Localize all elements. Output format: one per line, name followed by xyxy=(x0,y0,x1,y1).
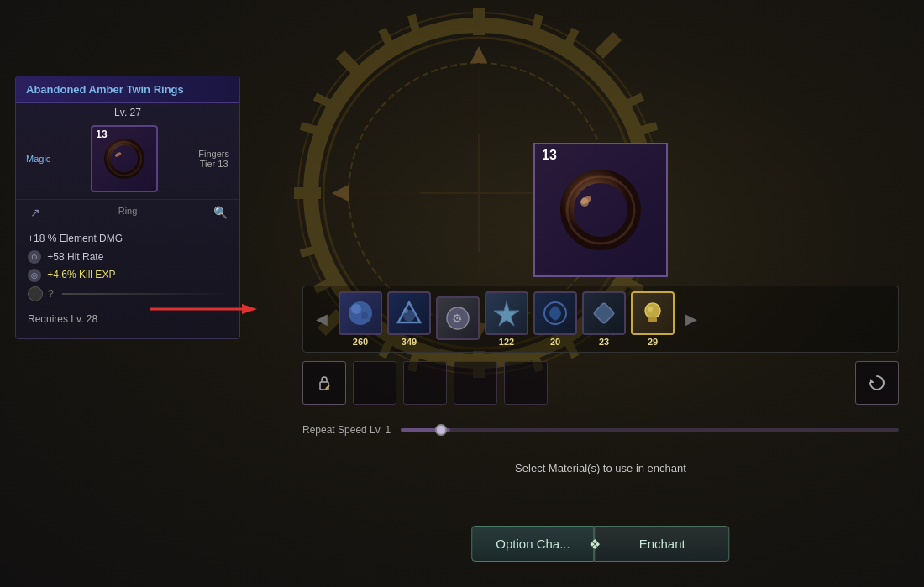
slot-refresh[interactable] xyxy=(855,361,899,405)
item-level-row: Lv. 27 xyxy=(16,103,239,122)
option-change-button[interactable]: Option Cha... xyxy=(471,526,594,562)
item-slot-info: Fingers Tier 13 xyxy=(198,149,229,169)
enchant-area: 13 ◀ xyxy=(286,42,916,579)
material-count-7: 29 xyxy=(648,337,658,347)
slot-empty-4[interactable] xyxy=(504,361,548,405)
material-item-5[interactable]: 20 xyxy=(533,291,577,347)
speed-row: Repeat Speed Lv. 1 xyxy=(302,424,899,436)
item-level: Lv. 27 xyxy=(114,107,141,118)
material-item-1[interactable]: 260 xyxy=(339,291,382,347)
svg-rect-58 xyxy=(648,317,657,322)
speed-label: Repeat Speed Lv. 1 xyxy=(302,424,391,436)
refresh-icon xyxy=(865,371,889,395)
material-icon-4 xyxy=(485,291,528,335)
kill-exp-icon: ◎ xyxy=(28,269,41,282)
stat-hit-rate: ⊙ +58 Hit Rate xyxy=(28,249,228,267)
stat-unknown: ? xyxy=(28,286,228,301)
svg-point-44 xyxy=(580,198,589,207)
stat-element-dmg: +18 % Element DMG xyxy=(28,230,228,249)
speed-slider-handle[interactable] xyxy=(435,424,447,436)
svg-text:⚙: ⚙ xyxy=(452,312,463,325)
slot-empty-2[interactable] xyxy=(403,361,447,405)
material-icon-3: ⚙ xyxy=(436,296,480,340)
status-message: Select Material(s) to use in enchant xyxy=(302,462,899,474)
material-item-6[interactable]: 23 xyxy=(582,291,626,347)
share-icon[interactable]: ↗ xyxy=(26,203,45,222)
svg-point-47 xyxy=(361,312,368,319)
center-tier-badge: 13 xyxy=(542,148,557,163)
item-icons-row: ↗ Ring 🔍 xyxy=(16,199,239,225)
item-panel: Abandoned Amber Twin Rings Lv. 27 Magic … xyxy=(15,76,240,339)
svg-point-50 xyxy=(403,308,408,313)
material-icon-1 xyxy=(339,291,382,335)
svg-rect-55 xyxy=(593,302,614,323)
material-count-2: 349 xyxy=(402,337,417,347)
center-ring-image xyxy=(554,164,647,256)
hit-rate-icon: ⊙ xyxy=(28,250,41,264)
item-title: Abandoned Amber Twin Rings xyxy=(26,83,229,96)
material-count-6: 23 xyxy=(599,337,609,347)
item-center-section: Magic 13 Fingers Tier 13 xyxy=(16,122,239,199)
slot-empty-1[interactable] xyxy=(353,361,396,405)
svg-point-45 xyxy=(349,301,372,325)
slots-row xyxy=(302,361,899,405)
material-icon-7 xyxy=(631,291,675,335)
unknown-bar xyxy=(62,293,228,295)
unknown-ball xyxy=(28,286,43,301)
material-icon-5 xyxy=(533,291,577,335)
svg-marker-62 xyxy=(870,379,874,383)
enchant-button[interactable]: ❖ Enchant xyxy=(595,526,730,562)
scroll-right-arrow[interactable]: ▶ xyxy=(680,297,703,341)
slot-lock[interactable] xyxy=(302,361,346,405)
center-item-display: 13 xyxy=(533,143,668,277)
enchant-content: 13 ◀ xyxy=(286,42,916,579)
speed-slider[interactable] xyxy=(401,428,899,432)
svg-rect-60 xyxy=(325,385,330,390)
stat-kill-exp: ◎ +4.6% Kill EXP xyxy=(28,266,228,285)
item-stats: +18 % Element DMG ⊙ +58 Hit Rate ◎ +4.6%… xyxy=(16,225,239,307)
item-type-label: Ring xyxy=(118,204,138,221)
scroll-left-arrow[interactable]: ◀ xyxy=(310,297,333,341)
item-ring-image xyxy=(101,135,148,182)
material-icon-6 xyxy=(582,291,626,335)
svg-point-57 xyxy=(648,307,653,312)
red-arrow-annotation xyxy=(150,301,259,317)
material-item-7[interactable]: 29 xyxy=(631,291,675,347)
svg-point-42 xyxy=(567,176,634,244)
item-tier-badge: 13 xyxy=(96,128,107,140)
materials-row: ◀ 260 349 ⚙ xyxy=(302,286,899,353)
svg-marker-53 xyxy=(494,301,519,326)
lock-pencil-icon xyxy=(312,371,336,395)
material-icon-2 xyxy=(387,291,431,335)
svg-point-46 xyxy=(351,304,361,314)
item-slot-tier: Tier 13 xyxy=(198,159,229,169)
item-panel-header: Abandoned Amber Twin Rings xyxy=(16,76,239,103)
search-icon[interactable]: 🔍 xyxy=(211,203,229,222)
item-quality-label: Magic xyxy=(26,154,50,164)
material-count-4: 122 xyxy=(499,337,514,347)
material-count-5: 20 xyxy=(550,337,560,347)
svg-marker-40 xyxy=(242,304,257,314)
material-item-4[interactable]: 122 xyxy=(485,291,528,347)
material-item-3[interactable]: ⚙ xyxy=(436,296,480,342)
material-item-2[interactable]: 349 xyxy=(387,291,431,347)
bottom-buttons: Option Cha... ❖ Enchant xyxy=(471,526,729,562)
item-slot-label: Fingers xyxy=(198,149,229,159)
item-image-container: 13 xyxy=(91,125,158,192)
svg-point-38 xyxy=(114,151,122,157)
svg-point-37 xyxy=(108,142,141,176)
svg-point-56 xyxy=(645,303,660,318)
enchant-divider-icon: ❖ xyxy=(589,536,601,552)
material-count-1: 260 xyxy=(353,337,368,347)
slot-empty-3[interactable] xyxy=(454,361,497,405)
